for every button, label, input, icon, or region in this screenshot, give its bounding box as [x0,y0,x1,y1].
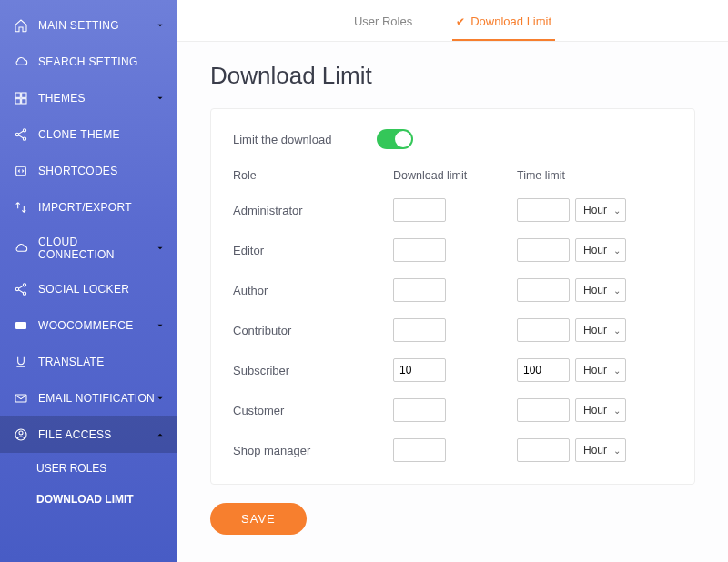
roles-grid: Role Download limit Time limit Administr… [233,169,672,462]
role-label: Administrator [233,204,379,217]
woo-icon [13,317,29,334]
sidebar-item-social-locker[interactable]: SOCIAL LOCKER [0,271,177,307]
role-label: Shop manager [233,444,379,457]
time-unit-select[interactable]: Hour⌄ [575,438,626,462]
svg-point-14 [19,431,23,435]
tab-label: Download Limit [470,15,551,28]
chevron-down-icon [156,244,165,253]
sidebar-sub-download-limit[interactable]: DOWNLOAD LIMIT [0,484,177,515]
role-label: Editor [233,244,379,257]
code-icon [13,163,29,179]
tab-user-roles[interactable]: User Roles [350,5,416,41]
sidebar-item-label: EMAIL NOTIFICATION [38,392,156,405]
sidebar-item-shortcodes[interactable]: SHORTCODES [0,153,177,189]
sidebar-item-themes[interactable]: THEMES [0,80,177,116]
underline-icon [13,354,29,370]
svg-rect-1 [22,93,26,97]
download-limit-input[interactable] [393,238,446,262]
sidebar-item-translate[interactable]: TRANSLATE [0,344,177,380]
sidebar-sub-user-roles[interactable]: USER ROLES [0,453,177,484]
svg-rect-7 [16,166,26,175]
download-limit-input[interactable] [393,358,446,382]
chevron-down-icon: ⌄ [613,366,621,376]
time-unit-select[interactable]: Hour⌄ [575,198,626,222]
tab-bar: User Roles ✔ Download Limit [177,0,728,42]
check-icon: ✔ [456,15,465,28]
transfer-icon [13,199,29,216]
sidebar-item-main-setting[interactable]: MAIN SETTING [0,7,177,44]
sidebar-item-cloud-connection[interactable]: CLOUD CONNECTION [0,226,177,271]
svg-rect-3 [22,99,26,104]
chevron-down-icon [156,21,165,30]
cloud-icon [13,54,29,70]
time-limit-input[interactable] [517,358,570,382]
sidebar-item-label: CLOUD CONNECTION [38,236,156,261]
chevron-down-icon: ⌄ [613,446,621,456]
sidebar-item-label: SEARCH SETTING [38,55,165,68]
chevron-down-icon [156,394,165,403]
download-limit-input[interactable] [393,198,446,222]
svg-rect-0 [15,93,20,97]
role-label: Subscriber [233,364,379,377]
sidebar-item-label: THEMES [38,92,156,105]
sidebar-item-search-setting[interactable]: SEARCH SETTING [0,44,177,80]
sidebar-item-label: MAIN SETTING [38,19,156,32]
content-area: Download Limit Limit the download Role D… [177,42,728,555]
limit-download-toggle[interactable] [377,129,413,149]
sidebar-item-label: FILE ACCESS [38,428,156,441]
sidebar-item-clone-theme[interactable]: CLONE THEME [0,116,177,153]
sidebar-item-label: TRANSLATE [38,356,165,368]
save-button[interactable]: SAVE [210,503,307,535]
chevron-up-icon [156,430,165,439]
download-limit-input[interactable] [393,278,446,302]
toggle-label: Limit the download [233,133,331,146]
sidebar-item-import-export[interactable]: IMPORT/EXPORT [0,189,177,226]
sidebar-item-label: SHORTCODES [38,165,165,177]
chevron-down-icon: ⌄ [613,326,621,336]
time-limit-input[interactable] [517,398,570,422]
time-unit-select[interactable]: Hour⌄ [575,398,626,422]
sidebar-item-label: IMPORT/EXPORT [38,201,165,214]
download-limit-input[interactable] [393,398,446,422]
time-limit-input[interactable] [517,438,570,462]
chevron-down-icon [156,94,165,103]
time-unit-select[interactable]: Hour⌄ [575,318,626,342]
chevron-down-icon [156,321,165,330]
time-limit-input[interactable] [517,238,570,262]
chevron-down-icon: ⌄ [613,246,621,256]
svg-rect-2 [15,99,20,104]
grid-icon [13,90,29,106]
share-icon [13,126,29,143]
share-icon [13,281,29,297]
sidebar-item-file-access[interactable]: FILE ACCESS [0,416,177,453]
main-content: User Roles ✔ Download Limit Download Lim… [177,0,728,562]
time-limit-input[interactable] [517,278,570,302]
col-header-role: Role [233,169,379,182]
settings-card: Limit the download Role Download limit T… [210,108,695,485]
sidebar: MAIN SETTING SEARCH SETTING THEMES CLONE… [0,0,177,562]
sidebar-item-email-notification[interactable]: EMAIL NOTIFICATION [0,380,177,416]
page-title: Download Limit [210,62,695,90]
role-label: Contributor [233,324,379,337]
role-label: Author [233,284,379,297]
user-circle-icon [13,427,29,443]
sidebar-item-label: SOCIAL LOCKER [38,283,165,296]
toggle-row: Limit the download [233,129,672,149]
chevron-down-icon: ⌄ [613,206,621,216]
sidebar-item-woocommerce[interactable]: WOOCOMMERCE [0,307,177,344]
chevron-down-icon: ⌄ [613,286,621,296]
time-limit-input[interactable] [517,198,570,222]
sidebar-item-label: CLONE THEME [38,128,165,141]
home-icon [13,17,29,34]
sidebar-item-label: WOOCOMMERCE [38,319,156,332]
time-unit-select[interactable]: Hour⌄ [575,238,626,262]
tab-download-limit[interactable]: ✔ Download Limit [452,5,555,41]
download-limit-input[interactable] [393,318,446,342]
download-limit-input[interactable] [393,438,446,462]
svg-rect-11 [15,322,26,329]
chevron-down-icon: ⌄ [613,406,621,416]
time-unit-select[interactable]: Hour⌄ [575,278,626,302]
role-label: Customer [233,404,379,417]
time-unit-select[interactable]: Hour⌄ [575,358,626,382]
time-limit-input[interactable] [517,318,570,342]
